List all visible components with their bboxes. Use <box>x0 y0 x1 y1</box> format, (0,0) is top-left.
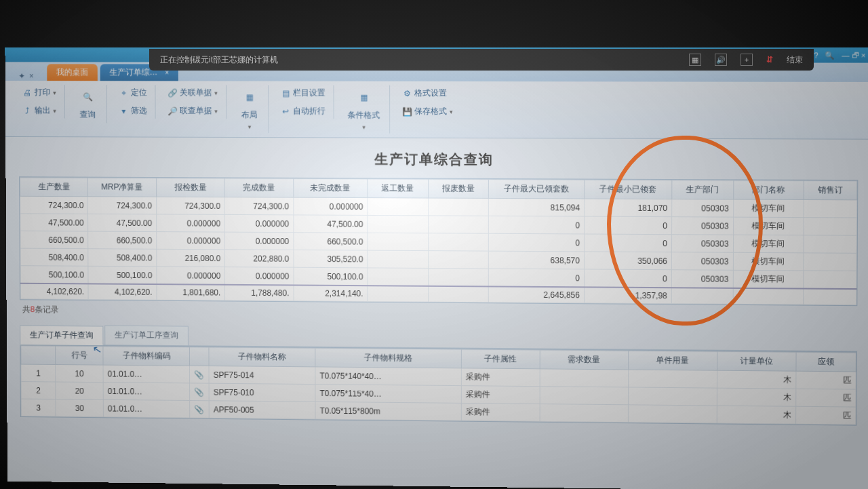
tab-desktop[interactable]: 我的桌面 <box>47 64 98 81</box>
toolbar: 🖨打印 ⤴输出 🔍查询 ⌖定位 ▾筛选 🔗关联单据 🔎联查单据 ▦布局 ▤栏目设… <box>5 81 868 140</box>
remote-control-bar: 正在控制碳元it部王芯娜的计算机 ▦ 🔊 + ⇵ 结束 <box>149 49 814 71</box>
tab-desktop-label: 我的桌面 <box>56 67 88 77</box>
col-header[interactable] <box>21 346 56 365</box>
col-header[interactable]: 子件物料编码 <box>103 347 190 366</box>
col-header[interactable]: 计量单位 <box>717 351 796 371</box>
end-session-button[interactable]: 结束 <box>787 54 803 66</box>
col-header[interactable]: 子件属性 <box>461 349 539 369</box>
export-button[interactable]: ⤴输出 <box>17 103 62 119</box>
filter-icon: ▾ <box>119 106 128 115</box>
condfmt-button[interactable]: ▦条件格式 <box>340 85 387 134</box>
layout-button[interactable]: ▦布局 <box>233 85 266 133</box>
speaker-icon[interactable]: 🔊 <box>715 54 727 66</box>
export-icon: ⤴ <box>22 106 32 115</box>
plus-icon[interactable]: + <box>741 54 753 66</box>
linkdoc-button[interactable]: 🔗关联单据 <box>162 85 223 100</box>
col-header[interactable]: 部门名称 <box>733 180 804 200</box>
col-header[interactable]: 生产数量 <box>20 178 88 197</box>
layout-icon: ▦ <box>240 87 259 106</box>
pin-close[interactable]: × <box>29 71 34 81</box>
locate-button[interactable]: ⌖定位 <box>113 85 152 100</box>
col-header[interactable]: 单件用量 <box>628 351 717 370</box>
filter-button[interactable]: ▾筛选 <box>114 103 153 119</box>
link-icon: 🔗 <box>167 88 177 98</box>
col-header[interactable]: 子件最大已领套数 <box>489 179 585 199</box>
autowrap-button[interactable]: ↩自动折行 <box>275 103 330 119</box>
main-grid[interactable]: 生产数量MRP净算量报检数量完成数量未完成数量返工数量报废数量子件最大已领套数子… <box>19 176 858 306</box>
col-header[interactable]: 报检数量 <box>156 178 224 197</box>
col-header[interactable]: 应领 <box>796 352 856 372</box>
query-button[interactable]: 🔍查询 <box>72 85 104 123</box>
col-header[interactable]: 生产部门 <box>672 180 734 199</box>
col-header[interactable]: 子件物料名称 <box>209 347 315 367</box>
col-header[interactable]: 销售订 <box>804 180 856 200</box>
page-title: 生产订单综合查询 <box>19 149 859 170</box>
locate-icon: ⌖ <box>119 88 128 98</box>
col-header[interactable]: 未完成数量 <box>293 178 367 197</box>
col-header[interactable] <box>190 347 209 366</box>
wrap-icon: ↩ <box>281 106 290 116</box>
columns-icon: ▤ <box>281 88 290 98</box>
fmtset-icon: ⚙ <box>402 88 412 98</box>
condfmt-icon: ▦ <box>354 88 373 107</box>
qr-icon[interactable]: ▦ <box>689 54 701 66</box>
print-button[interactable]: 🖨打印 <box>17 85 62 100</box>
subtab-process[interactable]: 生产订单工序查询 <box>104 326 189 346</box>
remote-status: 正在控制碳元it部王芯娜的计算机 <box>160 54 278 66</box>
colset-button[interactable]: ▤栏目设置 <box>275 85 330 101</box>
pin-icon[interactable]: ✦ <box>18 71 25 81</box>
col-header[interactable]: 子件物料规格 <box>315 348 461 368</box>
sub-grid[interactable]: 行号子件物料编码子件物料名称子件物料规格子件属性需求数量单件用量计量单位应领 1… <box>20 345 857 426</box>
printer-icon: 🖨 <box>22 87 32 97</box>
col-header[interactable]: MRP净算量 <box>88 178 157 197</box>
col-header[interactable]: 报废数量 <box>428 179 489 198</box>
record-count: 共8条记录 <box>22 304 857 321</box>
help-icon[interactable]: ? <box>814 51 818 59</box>
col-header[interactable]: 子件最小已领套 <box>585 180 672 199</box>
savefmt-button[interactable]: 💾保存格式 <box>397 104 458 119</box>
fmtset-button[interactable]: ⚙格式设置 <box>397 85 458 101</box>
col-header[interactable]: 返工数量 <box>368 179 428 198</box>
magnifier-icon: 🔍 <box>78 87 97 106</box>
transfer-icon[interactable]: ⇵ <box>766 55 773 64</box>
search-icon[interactable]: 🔍 <box>825 51 835 60</box>
lookup-button[interactable]: 🔎联查单据 <box>162 103 223 119</box>
save-icon: 💾 <box>402 106 412 116</box>
lookup-icon: 🔎 <box>167 106 177 116</box>
col-header[interactable]: 需求数量 <box>540 350 629 370</box>
col-header[interactable]: 完成数量 <box>224 178 293 197</box>
subtab-children[interactable]: 生产订单子件查询 <box>20 326 103 346</box>
